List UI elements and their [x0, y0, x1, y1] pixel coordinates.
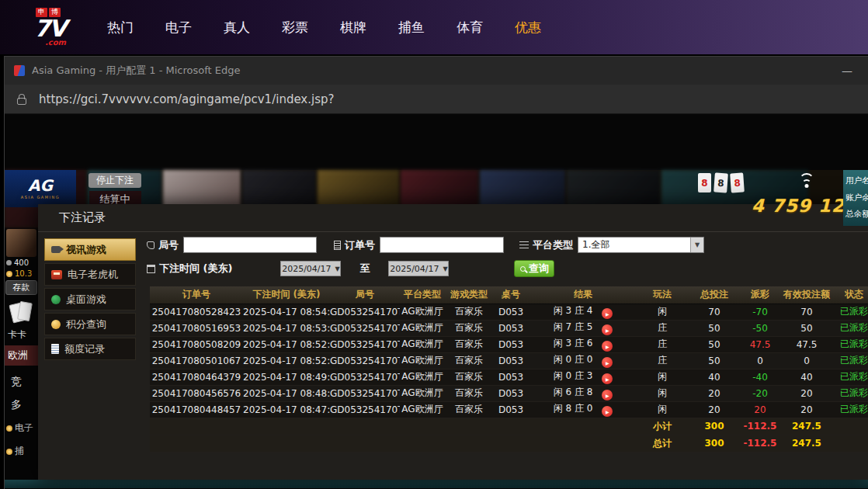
cell-game-type: 百家乐: [445, 303, 493, 320]
cell-round-id: GD053254170TF: [330, 352, 400, 369]
video-camera-icon: [51, 246, 61, 253]
column-header: 状态: [835, 286, 868, 303]
cell-payout: 0: [741, 352, 779, 369]
browser-titlebar[interactable]: Asia Gaming - 用户配置 1 - Microsoft Edge —: [5, 57, 868, 85]
magnifier-icon: [520, 266, 526, 272]
cell-play-type: 庄: [637, 320, 687, 336]
nav-item-promo[interactable]: 优惠: [515, 19, 541, 36]
stat-row: 10.3: [6, 269, 32, 278]
result-text: 闲 3 庄 6: [554, 338, 593, 349]
lock-icon[interactable]: [17, 98, 26, 105]
column-header: 派彩: [741, 286, 779, 303]
nav-item-fishing[interactable]: 捕鱼: [398, 19, 425, 36]
play-video-icon[interactable]: ▶: [602, 373, 613, 384]
cell-bet-time: 2025-04-17 08:54:20: [243, 303, 330, 320]
play-video-icon[interactable]: ▶: [602, 324, 613, 335]
summary-payout: -112.5: [741, 435, 779, 452]
cell-table-no: D053: [493, 303, 529, 320]
play-video-icon[interactable]: ▶: [602, 308, 613, 319]
coin-icon: [6, 271, 12, 277]
cell-round-id: GD053254170TB: [330, 369, 400, 385]
sidebar-item-live-games[interactable]: 视讯游戏: [44, 238, 136, 261]
nav-item-lottery[interactable]: 彩票: [282, 19, 308, 36]
modal-title: 下注记录: [59, 210, 106, 225]
result-text: 闲 7 庄 5: [554, 321, 593, 332]
cell-round-id: GD053254170TG: [330, 336, 400, 352]
cell-platform: AG欧洲厅: [400, 401, 445, 418]
menu-fragment: 竞: [11, 375, 22, 389]
stop-betting-badge: 停止下注: [89, 173, 141, 188]
cell-status: 已派彩: [835, 385, 868, 401]
play-video-icon[interactable]: ▶: [602, 390, 613, 401]
deposit-button[interactable]: 存款: [5, 280, 37, 295]
sidebar-item-slot-machines[interactable]: 电子老虎机: [44, 263, 136, 286]
cell-order-id: 250417080528423: [150, 303, 243, 320]
date-to-picker[interactable]: 2025/04/17 ▼: [388, 261, 449, 276]
page-content: AG ASIA GAMING 停止下注 结算中 8 8 8 4 759 120 …: [5, 114, 868, 488]
table-row: 2504170805010672025-04-17 08:52:14GD0532…: [150, 352, 868, 369]
table-header-row: 订单号 下注时间 (美东) 局号 平台类型 游戏类型 桌号 结果 玩法 总投注 …: [150, 286, 868, 303]
cell-play-type: 闲: [637, 369, 687, 385]
nav-item-cards[interactable]: 棋牌: [340, 19, 366, 36]
cell-total-bet: 70: [687, 303, 741, 320]
cell-table-no: D053: [493, 320, 529, 336]
menu-fragment: 电子: [6, 421, 33, 435]
user-panel-balance: 账户余: [845, 189, 868, 206]
cell-bet-time: 2025-04-17 08:52:14: [243, 352, 330, 369]
cell-bet-time: 2025-04-17 08:53:27: [243, 320, 330, 336]
sidebar-item-table-games[interactable]: 桌面游戏: [44, 288, 136, 310]
cell-valid-bet: 40: [779, 369, 835, 385]
modal-header: 下注记录: [38, 204, 868, 232]
table-status: 停止下注 结算中: [89, 173, 141, 208]
chevron-down-icon: ▼: [690, 238, 703, 252]
column-header: 玩法: [637, 286, 687, 303]
column-header: 下注时间 (美东): [243, 286, 330, 303]
gold-coin-icon: [51, 320, 61, 329]
screen: 申 博 7V .com 热门 电子 真人 彩票 棋牌 捕鱼 体育 优惠 Asia…: [0, 0, 868, 489]
play-video-icon[interactable]: ▶: [602, 406, 613, 417]
dealt-cards: 8 8 8: [698, 173, 744, 192]
order-input[interactable]: [380, 237, 504, 253]
cell-payout: -40: [741, 369, 779, 385]
minimize-button[interactable]: —: [835, 64, 859, 77]
cell-valid-bet: 0: [779, 352, 835, 369]
filter-row-2: 下注时间 (美东) 2025/04/17 ▼ 至 2025/04/17 ▼: [147, 260, 864, 277]
cell-order-id: 250417080508209: [150, 336, 243, 352]
platform-select[interactable]: 1.全部 ▼: [578, 237, 704, 253]
logo-text: 7V: [34, 17, 89, 40]
cell-order-id: 250417080516953: [150, 320, 243, 336]
table-row: 2504170805169532025-04-17 08:53:27GD0532…: [150, 320, 868, 336]
site-logo[interactable]: 申 博 7V .com: [34, 8, 89, 47]
cell-play-type: 庄: [637, 336, 687, 352]
summary-label: 小计: [637, 418, 687, 435]
menu-fragment: 多: [11, 398, 22, 412]
result-text: 闲 8 庄 0: [554, 403, 593, 414]
search-button[interactable]: 查询: [514, 260, 554, 277]
table-felt-strip: [5, 480, 868, 488]
cell-payout: -70: [741, 303, 779, 320]
cell-status: 已派彩: [835, 320, 868, 336]
play-video-icon[interactable]: ▶: [602, 357, 613, 368]
nav-item-live[interactable]: 真人: [224, 19, 250, 36]
nav-item-sports[interactable]: 体育: [457, 19, 483, 36]
table-game-icon: [51, 295, 61, 304]
sidebar-item-credit-records[interactable]: 额度记录: [44, 338, 136, 360]
window-title: Asia Gaming - 用户配置 1 - Microsoft Edge: [32, 64, 835, 78]
cell-total-bet: 20: [687, 401, 741, 418]
address-bar[interactable]: https://gci.7vvvvvv.com/agingame/pcv1/in…: [39, 92, 334, 106]
filter-row-1: 局号 订单号 平台类型 1.全部 ▼: [147, 237, 864, 253]
result-text: 闲 3 庄 4: [554, 305, 593, 316]
cell-valid-bet: 50: [779, 320, 835, 336]
list-icon: [519, 241, 529, 249]
date-from-picker[interactable]: 2025/04/17 ▼: [280, 261, 341, 276]
play-video-icon[interactable]: ▶: [602, 341, 613, 352]
nav-item-slots[interactable]: 电子: [165, 19, 192, 36]
cell-table-no: D053: [493, 385, 529, 401]
cell-valid-bet: 20: [779, 401, 835, 418]
sidebar-item-points-query[interactable]: 积分查询: [44, 313, 136, 335]
menu-fragment: 捕: [6, 445, 24, 458]
cell-platform: AG欧洲厅: [400, 336, 445, 352]
nav-item-hot[interactable]: 热门: [107, 19, 134, 36]
round-input[interactable]: [183, 237, 317, 253]
cards-fan-image: [9, 300, 36, 325]
